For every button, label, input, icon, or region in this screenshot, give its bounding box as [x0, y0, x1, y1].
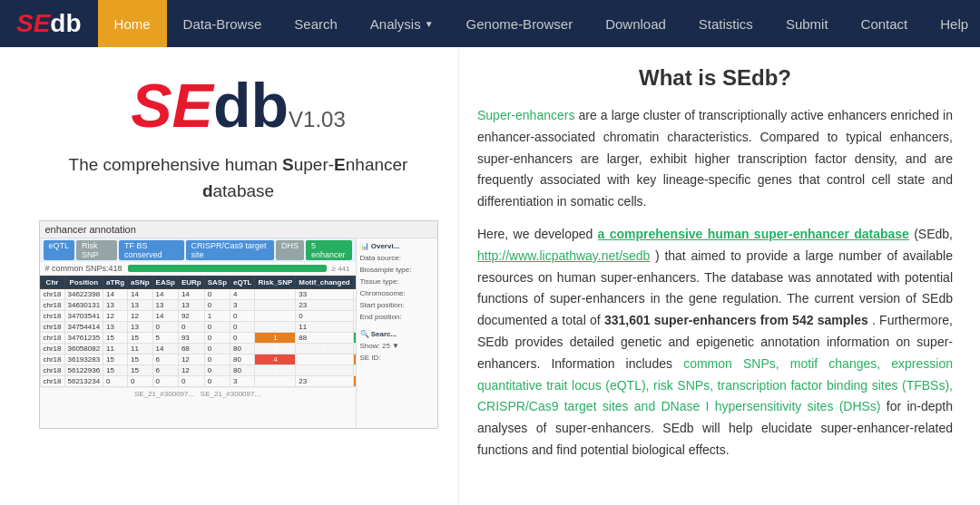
- screenshot-preview: enhancer annotation eQTL Risk SNP TF BS …: [39, 220, 438, 429]
- main-logo: SEdbV1.03: [131, 74, 346, 136]
- ss-startpos: Start position:: [360, 301, 434, 309]
- ss-tabs: eQTL Risk SNP TF BS conserved CRISPR/Cas…: [40, 238, 356, 262]
- para1-text: are a large cluster of transcriptionally…: [477, 108, 953, 209]
- ss-chromosome: Chromosome:: [360, 289, 434, 297]
- nav-analysis[interactable]: Analysis ▼: [354, 0, 450, 47]
- col-pos: Position: [64, 277, 103, 289]
- analysis-arrow: ▼: [425, 19, 434, 29]
- col-eqtl: eQTL: [230, 277, 255, 289]
- navigation: SEdb Home Data-Browse Search Analysis ▼ …: [0, 0, 980, 47]
- col-sasp: SASp: [204, 277, 230, 289]
- left-panel: SEdbV1.03 The comprehensive human Super-…: [0, 47, 458, 505]
- table-row: chr1836058082111114680804187: [40, 344, 356, 354]
- logo-db: db: [50, 9, 81, 37]
- table-row: chr18346223981414141404331165: [40, 289, 356, 300]
- col-motif: Motif_changed: [296, 277, 353, 289]
- ss-header-label: enhancer annotation: [40, 221, 437, 238]
- ss-seid-label: SE ID:: [360, 354, 434, 362]
- para2-sedb: (SEdb,: [914, 227, 953, 241]
- nav-search[interactable]: Search: [278, 0, 354, 47]
- col-eurp: EURp: [178, 277, 204, 289]
- table-row: chr183619328315156120804187: [40, 354, 356, 365]
- nav-statistics[interactable]: Statistics: [682, 0, 769, 47]
- nav-menu: Home Data-Browse Search Analysis ▼ Genom…: [98, 0, 980, 47]
- ss-tab-risk: Risk SNP: [76, 240, 117, 260]
- col-chr: Chr: [40, 277, 64, 289]
- ss-progress-bar: [128, 265, 327, 272]
- table-row: chr18347035411212149210021160: [40, 311, 356, 322]
- table-row: chr183475441413130000111167165: [40, 322, 356, 333]
- ss-endpos: End position:: [360, 313, 434, 321]
- right-panel: What is SEdb? Super-enhancers are a larg…: [458, 47, 980, 505]
- col-risksnp: Risk_SNP: [255, 277, 296, 289]
- table-row: chr183476123515155930018881155: [40, 333, 356, 344]
- paragraph-1: Super-enhancers are a large cluster of t…: [477, 105, 953, 213]
- ss-overview-label: 📊 Overvi...: [360, 242, 434, 250]
- ss-tab-eqtl: eQTL: [44, 240, 75, 260]
- url-link[interactable]: http://www.licpathway.net/sedb: [477, 248, 650, 263]
- main-content: SEdbV1.03 The comprehensive human Super-…: [0, 47, 980, 505]
- ss-tab-crispr: CRISPR/Cas9 target site: [186, 240, 274, 260]
- nav-help[interactable]: Help: [924, 0, 980, 47]
- ss-search-label: 🔍 Searc...: [360, 330, 434, 338]
- table-row: chr1834630131131313130323161: [40, 300, 356, 311]
- super-enhancers-term: Super-enhancers: [477, 108, 574, 122]
- ss-tab-dhs: DHS: [276, 240, 304, 260]
- ss-tab-enhancer: 5 enhancer: [306, 240, 352, 260]
- nav-genome-browser[interactable]: Genome-Browser: [450, 0, 590, 47]
- nav-home[interactable]: Home: [98, 0, 167, 47]
- para2-intro: Here, we developed: [477, 227, 598, 241]
- section-title: What is SEdb?: [477, 65, 953, 91]
- ss-tab-tfbs: TF BS conserved: [119, 240, 184, 260]
- main-logo-se: SE: [131, 71, 213, 140]
- version-label: V1.03: [289, 107, 346, 131]
- col-asnp: aSNp: [128, 277, 152, 289]
- ss-sidebar: 📊 Overvi... Data source: Biosample type:…: [356, 238, 437, 429]
- col-easp: EASp: [152, 277, 178, 289]
- tagline: The comprehensive human Super-Enhancerda…: [69, 152, 408, 204]
- table-row: chr185621323400000323121: [40, 376, 356, 387]
- ss-tissue: Tissue type:: [360, 277, 434, 286]
- main-logo-db: db: [213, 71, 289, 140]
- ss-table-wrapper: Chr Position aTRg aSNp EASp EURp SASp eQ…: [40, 276, 356, 387]
- ss-datasource: Data source:: [360, 254, 434, 262]
- ss-snp-label: # common SNPs:418: [45, 264, 122, 273]
- site-logo[interactable]: SEdb: [0, 9, 98, 38]
- ss-show-label: Show: 25 ▼: [360, 342, 434, 350]
- ss-footer: SE_21_#300097... SE_21_#300097...: [40, 387, 356, 400]
- nav-download[interactable]: Download: [589, 0, 682, 47]
- col-atrg: aTRg: [103, 277, 128, 289]
- ss-biosample: Biosample type:: [360, 266, 434, 274]
- ss-bar-label: ≥ 441: [332, 265, 350, 273]
- paragraph-2: Here, we developed a comprehensive human…: [477, 224, 953, 461]
- ss-data-table: Chr Position aTRg aSNp EASp EURp SASp eQ…: [40, 276, 356, 387]
- table-row: chr185612293615156120804187: [40, 365, 356, 376]
- database-link[interactable]: a comprehensive human super-enhancer dat…: [598, 227, 909, 241]
- logo-se: SE: [16, 9, 50, 37]
- stats-bold: 331,601 super-enhancers from 542 samples: [604, 313, 868, 327]
- nav-contact[interactable]: Contact: [845, 0, 925, 47]
- nav-submit[interactable]: Submit: [769, 0, 845, 47]
- nav-data-browse[interactable]: Data-Browse: [167, 0, 279, 47]
- ss-subheader: # common SNPs:418 ≥ 441: [40, 262, 356, 276]
